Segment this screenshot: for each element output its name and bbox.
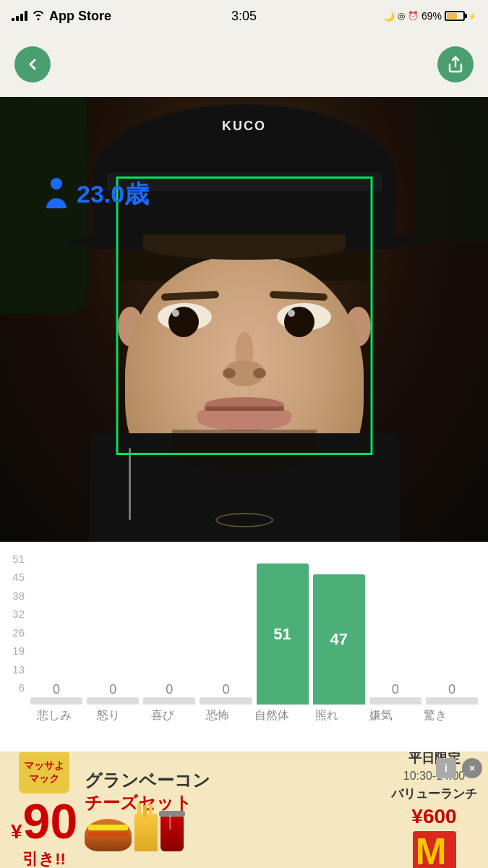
- x-label-surprise: 驚き: [411, 708, 461, 723]
- ad-subtitle: チーズセット: [85, 791, 384, 814]
- signal-icon: [12, 11, 27, 21]
- bar-disgust: 0: [369, 563, 421, 705]
- age-label: 23.0歳: [43, 176, 149, 213]
- ad-main-section: グランベーコン チーズセット: [77, 769, 391, 851]
- ad-title: グランベーコン: [85, 769, 384, 791]
- back-button[interactable]: [14, 46, 51, 82]
- y-label-0: 6: [7, 681, 25, 694]
- x-label-natural: 自然体: [247, 708, 297, 723]
- ad-food-images: [85, 814, 384, 851]
- bar-natural: 51: [257, 563, 309, 705]
- ad-mascot: マッサよマック: [19, 752, 69, 793]
- bar-fear-value: 0: [222, 682, 229, 697]
- ad-right-price: ¥600: [411, 805, 456, 828]
- ad-info-button[interactable]: i: [436, 758, 456, 778]
- app-name: App Store: [49, 9, 111, 24]
- chart-area: 51 45 38 32 26 19 13 6 0 0 0: [0, 542, 488, 752]
- bar-disgust-value: 0: [392, 682, 399, 697]
- bar-surprise: 0: [426, 563, 478, 705]
- bolt-icon: ⚡: [468, 12, 476, 20]
- status-right: 🌙 ◎ ⏰ 69% ⚡: [383, 10, 476, 22]
- fries-image: [134, 814, 158, 851]
- y-label-4: 32: [7, 608, 25, 620]
- bar-blush: 47: [313, 563, 365, 705]
- status-bar: App Store 3:05 🌙 ◎ ⏰ 69% ⚡: [0, 0, 488, 32]
- nav-bar: [0, 32, 488, 97]
- status-time: 3:05: [231, 9, 257, 24]
- svg-point-1: [51, 178, 62, 190]
- bar-natural-value: 51: [273, 625, 291, 644]
- ad-value-lunch: バリューランチ: [391, 786, 477, 802]
- bar-joy-value: 0: [166, 682, 173, 697]
- close-icon: ×: [469, 762, 475, 774]
- y-label-5: 38: [7, 590, 25, 602]
- bar-anger-value: 0: [109, 682, 116, 697]
- status-left: App Store: [12, 9, 111, 24]
- mcd-arch-icon: M: [416, 830, 447, 868]
- share-button[interactable]: [437, 46, 474, 82]
- cola-image: [160, 814, 184, 851]
- moon-icon: 🌙: [383, 11, 395, 22]
- y-label-3: 26: [7, 626, 25, 639]
- ad-banner[interactable]: i × マッサよマック ¥ 90 引き!! グランベーコン チーズセット: [0, 752, 488, 868]
- photo-area: KUCO: [0, 97, 488, 542]
- y-label-7: 51: [7, 553, 25, 565]
- x-label-disgust: 嫌気: [356, 708, 406, 723]
- hat-text: KUCO: [222, 119, 266, 134]
- ad-left-section: マッサよマック ¥ 90 引き!!: [11, 752, 77, 868]
- ad-discount-label: 引き!!: [22, 848, 66, 868]
- person-icon: [43, 176, 69, 213]
- ad-close-button[interactable]: ×: [462, 758, 482, 778]
- bar-surprise-value: 0: [448, 682, 455, 697]
- alarm-icon: ⏰: [408, 11, 419, 21]
- y-label-2: 19: [7, 644, 25, 657]
- y-label-6: 45: [7, 571, 25, 583]
- bar-joy: 0: [143, 563, 195, 705]
- battery-percent: 69%: [421, 10, 442, 22]
- x-label-joy: 喜び: [138, 708, 188, 723]
- ad-price-group: ¥ 90: [11, 796, 77, 846]
- bar-sadness: 0: [30, 563, 82, 705]
- face-detection-box: [116, 176, 372, 455]
- bar-blush-value: 47: [330, 630, 347, 649]
- x-label-fear: 恐怖: [192, 708, 242, 723]
- x-label-anger: 怒り: [83, 708, 133, 723]
- bar-sadness-value: 0: [53, 682, 60, 697]
- x-label-blush: 照れ: [301, 708, 351, 723]
- burger-image: [85, 819, 132, 851]
- mascot-text: マッサよマック: [19, 756, 69, 788]
- bar-anger: 0: [87, 563, 139, 705]
- mcdonalds-logo: M: [413, 831, 456, 868]
- bar-fear: 0: [200, 563, 252, 705]
- ad-price-prefix: ¥: [11, 820, 22, 843]
- y-label-1: 13: [7, 663, 25, 676]
- info-icon: i: [445, 762, 448, 774]
- wifi-icon: [32, 10, 45, 22]
- age-text: 23.0歳: [77, 178, 149, 211]
- location-icon: ◎: [398, 11, 405, 21]
- battery-icon: [445, 11, 465, 21]
- ad-main-price: 90: [23, 796, 78, 846]
- x-label-sadness: 悲しみ: [29, 708, 79, 723]
